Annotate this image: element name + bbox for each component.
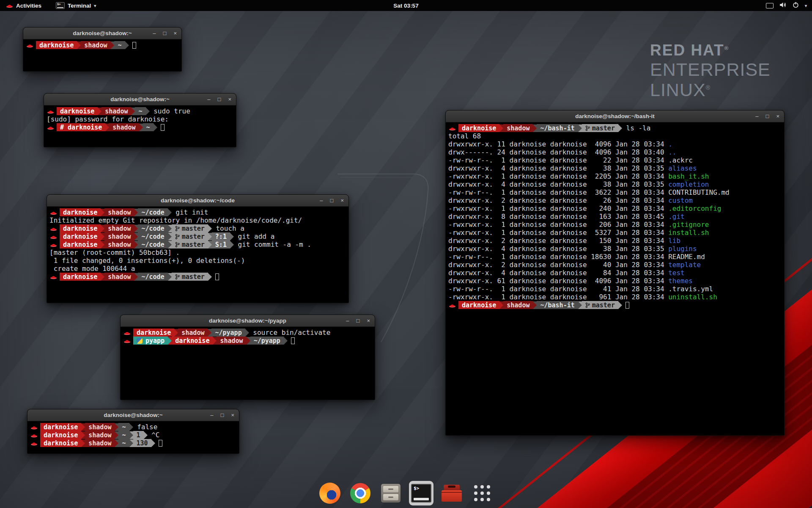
powerline-separator-icon bbox=[168, 209, 172, 216]
close-button[interactable]: × bbox=[776, 113, 779, 119]
file-name: .ackrc bbox=[668, 156, 693, 164]
minimize-button[interactable]: – bbox=[153, 30, 156, 36]
powerline-separator-icon bbox=[578, 301, 582, 309]
prompt-segment-git: master bbox=[172, 273, 208, 281]
window-titlebar[interactable]: darknoise@shadow:~/pyapp –□× bbox=[121, 315, 375, 327]
app-menu[interactable]: $> Terminal ▾ bbox=[54, 0, 98, 11]
terminal-body[interactable]: darknoiseshadow~/code git initInitialize… bbox=[47, 207, 348, 303]
powerline-separator-icon bbox=[208, 225, 212, 232]
chevron-down-icon: ▾ bbox=[94, 3, 96, 8]
command-text: git add a bbox=[234, 232, 274, 240]
terminal-line: drwxrwxr-x. 8 darknoise darknoise 163 Ja… bbox=[448, 213, 782, 221]
window-title: darknoise@shadow:~ bbox=[73, 30, 132, 36]
maximize-button[interactable]: □ bbox=[357, 318, 360, 323]
maximize-button[interactable]: □ bbox=[221, 412, 224, 418]
minimize-button[interactable]: – bbox=[210, 412, 213, 418]
file-meta: drwxrwxr-x. 2 darknoise darknoise 150 Ja… bbox=[448, 237, 668, 245]
close-button[interactable]: × bbox=[173, 30, 177, 36]
redhat-prompt-icon bbox=[30, 432, 38, 438]
chrome-icon[interactable] bbox=[348, 481, 373, 505]
powerline-separator-icon bbox=[578, 124, 582, 132]
powerline-separator-icon bbox=[115, 423, 118, 431]
terminal-window[interactable]: darknoise@shadow:~/code –□× darknoisesha… bbox=[47, 194, 349, 303]
prompt-segment-user: darknoise bbox=[60, 240, 101, 248]
brand-redhat: RED HAT® bbox=[650, 42, 771, 59]
terminal-line: create mode 100644 a bbox=[49, 265, 346, 273]
terminal-window[interactable]: darknoise@shadow:~/pyapp –□× darknoisesh… bbox=[120, 315, 375, 400]
firefox-icon[interactable] bbox=[318, 481, 342, 505]
volume-icon[interactable] bbox=[779, 2, 787, 9]
minimize-button[interactable]: – bbox=[320, 198, 323, 203]
terminal-line: -rwxrwxr-x. 1 darknoise darknoise 5327 J… bbox=[448, 229, 782, 237]
terminal-line: drwxrwxr-x. 4 darknoise darknoise 38 Jan… bbox=[448, 180, 782, 188]
powerline-separator-icon bbox=[101, 273, 104, 281]
maximize-button[interactable]: □ bbox=[766, 113, 769, 119]
clock[interactable]: Sat 03:57 bbox=[393, 3, 418, 9]
window-titlebar[interactable]: darknoise@shadow:~/code –□× bbox=[47, 195, 348, 207]
powerline-separator-icon bbox=[168, 233, 172, 240]
minimize-button[interactable]: – bbox=[346, 318, 349, 323]
redhat-prompt-icon bbox=[123, 330, 131, 336]
prompt-segment-user: darknoise bbox=[458, 124, 499, 132]
close-button[interactable]: × bbox=[367, 318, 370, 323]
window-titlebar[interactable]: darknoise@shadow:~ –□× bbox=[27, 409, 239, 421]
close-button[interactable]: × bbox=[231, 412, 234, 418]
terminal-window[interactable]: darknoise@shadow:~ –□× darknoiseshadow~ bbox=[23, 27, 182, 72]
powerline-separator-icon bbox=[134, 273, 138, 281]
powerline-separator-icon bbox=[101, 241, 104, 248]
window-titlebar[interactable]: darknoise@shadow:~ –□× bbox=[23, 28, 181, 39]
terminal-window[interactable]: darknoise@shadow:~ –□× darknoiseshadow~ … bbox=[27, 409, 239, 454]
terminal-body[interactable]: darknoiseshadow~/pyapp source bin/activa… bbox=[121, 327, 375, 400]
terminal-line: darknoiseshadow~ sudo true bbox=[47, 107, 233, 115]
activities-button[interactable]: Activities bbox=[4, 0, 43, 11]
power-icon[interactable] bbox=[793, 2, 799, 9]
terminal-line: darknoiseshadow~1 ^C bbox=[30, 431, 236, 439]
window-titlebar[interactable]: darknoise@shadow:~/bash-it –□× bbox=[446, 110, 784, 122]
window-title: darknoise@shadow:~ bbox=[104, 412, 163, 418]
file-name: plugins bbox=[668, 245, 697, 253]
terminal-window[interactable]: darknoise@shadow:~ –□× darknoiseshadow~ … bbox=[44, 93, 236, 147]
show-applications-icon[interactable] bbox=[470, 481, 494, 505]
close-button[interactable]: × bbox=[228, 97, 231, 102]
terminal-line: 1 file changed, 0 insertions(+), 0 delet… bbox=[49, 257, 346, 265]
terminal-body[interactable]: darknoiseshadow~ bbox=[23, 39, 181, 71]
powerline-separator-icon bbox=[101, 233, 104, 240]
redhat-logo-icon bbox=[6, 3, 13, 8]
terminal-line: -rw-rw-r--. 1 darknoise darknoise 41 Jan… bbox=[448, 285, 782, 293]
toolbox-body bbox=[442, 490, 462, 502]
terminal-body[interactable]: darknoiseshadow~ sudo true[sudo] passwor… bbox=[44, 105, 236, 147]
powerline-separator-icon bbox=[154, 124, 157, 131]
powerline-separator-icon bbox=[115, 439, 118, 447]
file-name: .travis.yml bbox=[668, 285, 713, 293]
minimize-button[interactable]: – bbox=[207, 97, 210, 102]
terminal-line: darknoiseshadow~/pyapp source bin/activa… bbox=[123, 329, 372, 337]
toolbox-icon[interactable] bbox=[439, 481, 464, 505]
redhat-prompt-icon bbox=[50, 226, 57, 232]
display-icon[interactable] bbox=[766, 3, 774, 8]
file-name: aliases bbox=[668, 164, 697, 172]
terminal-dock-icon[interactable]: $> bbox=[409, 481, 433, 505]
terminal-body[interactable]: darknoiseshadow~/bash-itmaster ls -latot… bbox=[446, 122, 784, 435]
terminal-line: darknoiseshadow~ false bbox=[30, 423, 236, 431]
file-name: . bbox=[668, 140, 672, 148]
cabinet-drawer bbox=[383, 486, 398, 492]
terminal-logo-glyph: $> bbox=[414, 486, 419, 491]
file-meta: -rwxrwxr-x. 1 darknoise darknoise 961 Ja… bbox=[448, 293, 668, 301]
minimize-button[interactable]: – bbox=[755, 113, 758, 119]
maximize-button[interactable]: □ bbox=[330, 198, 334, 203]
window-title: darknoise@shadow:~/pyapp bbox=[209, 318, 286, 324]
terminal-body[interactable]: darknoiseshadow~ falsedarknoiseshadow~1 … bbox=[27, 421, 239, 453]
powerline-separator-icon bbox=[499, 301, 503, 309]
maximize-button[interactable]: □ bbox=[163, 30, 167, 36]
command-text: ls -la bbox=[622, 124, 650, 132]
prompt-segment-user: darknoise bbox=[36, 41, 77, 49]
close-button[interactable]: × bbox=[340, 198, 344, 203]
window-titlebar[interactable]: darknoise@shadow:~ –□× bbox=[44, 94, 236, 105]
terminal-cursor bbox=[625, 302, 629, 309]
prompt-segment-path: ~ bbox=[118, 423, 129, 431]
prompt-segment-path: ~/code bbox=[138, 273, 167, 281]
files-icon[interactable] bbox=[379, 481, 403, 505]
maximize-button[interactable]: □ bbox=[218, 97, 221, 102]
chevron-down-icon[interactable]: ▾ bbox=[805, 3, 807, 8]
terminal-window[interactable]: darknoise@shadow:~/bash-it –□× darknoise… bbox=[445, 110, 785, 436]
